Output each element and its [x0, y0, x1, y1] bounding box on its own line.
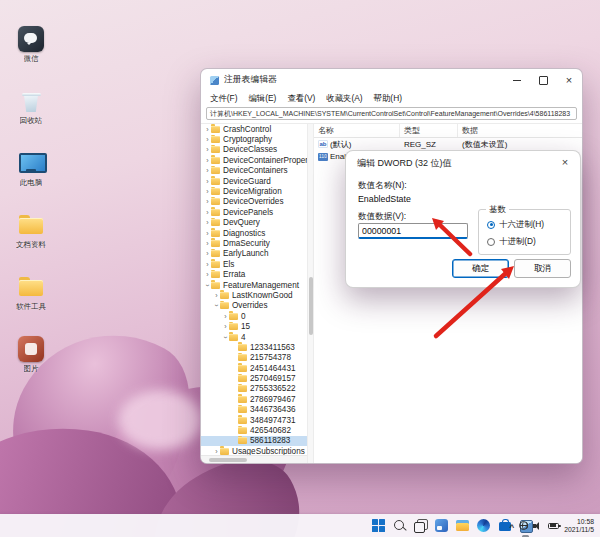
chevron-collapsed-icon[interactable]: ›: [204, 188, 211, 195]
tree-item[interactable]: ›Cryptography: [201, 134, 307, 144]
menu-item[interactable]: 编辑(E): [248, 93, 276, 104]
tree-item[interactable]: ›DeviceGuard: [201, 176, 307, 186]
chevron-collapsed-icon[interactable]: ›: [204, 250, 211, 257]
maximize-icon[interactable]: [530, 69, 556, 91]
tree-item[interactable]: 426540682: [201, 425, 307, 435]
chevron-collapsed-icon[interactable]: ›: [204, 126, 211, 133]
menu-item[interactable]: 收藏夹(A): [326, 93, 362, 104]
tree-item[interactable]: 3484974731: [201, 415, 307, 425]
radio-hexadecimal[interactable]: 十六进制(H): [487, 219, 544, 230]
close-icon[interactable]: ×: [556, 69, 582, 91]
column-header[interactable]: 类型: [400, 124, 458, 137]
desktop-icon[interactable]: 微信: [2, 22, 60, 84]
desktop-icon-label: 回收站: [20, 117, 43, 126]
chevron-collapsed-icon[interactable]: ›: [204, 178, 211, 185]
battery-icon[interactable]: [548, 523, 559, 529]
vertical-scrollbar[interactable]: [307, 124, 314, 463]
tree-item[interactable]: ›DeviceContainerPropertyUpda: [201, 155, 307, 165]
chevron-collapsed-icon[interactable]: ›: [204, 157, 211, 164]
tree-item[interactable]: ›DmaSecurity: [201, 238, 307, 248]
desktop-icon[interactable]: 图片: [2, 332, 60, 394]
chevron-collapsed-icon[interactable]: ›: [204, 271, 211, 278]
tree-item[interactable]: 586118283: [201, 436, 307, 446]
chevron-collapsed-icon[interactable]: ›: [213, 292, 220, 299]
chevron-collapsed-icon[interactable]: ›: [204, 261, 211, 268]
reg-dword-icon: 110: [318, 153, 328, 161]
desktop-icon[interactable]: 此电脑: [2, 146, 60, 208]
tree-item[interactable]: ›Els: [201, 259, 307, 269]
tree-item[interactable]: ›FeatureManagement: [201, 280, 307, 290]
chevron-expanded-icon[interactable]: ›: [204, 282, 211, 289]
chevron-collapsed-icon[interactable]: ›: [204, 219, 211, 226]
taskbar-task-view-icon[interactable]: [411, 516, 430, 535]
menu-item[interactable]: 帮助(H): [374, 93, 402, 104]
tree-item[interactable]: 2786979467: [201, 394, 307, 404]
taskbar-search-icon[interactable]: [390, 516, 409, 535]
tree-item[interactable]: 3446736436: [201, 405, 307, 415]
tree-item[interactable]: ›DevQuery: [201, 218, 307, 228]
column-header[interactable]: 名称: [314, 124, 400, 137]
cancel-button[interactable]: 取消: [514, 259, 571, 278]
tree-item[interactable]: ›Errata: [201, 269, 307, 279]
tree-item[interactable]: ›DevicePanels: [201, 207, 307, 217]
network-icon[interactable]: [519, 521, 528, 530]
tree-item[interactable]: ›0: [201, 311, 307, 321]
tree-item[interactable]: ›UsageSubscriptions: [201, 446, 307, 455]
tree-item[interactable]: ›DeviceOverrides: [201, 197, 307, 207]
taskbar-clock[interactable]: 10:58 2021/11/5: [564, 518, 594, 534]
desktop-icon[interactable]: 软件工具: [2, 270, 60, 332]
chevron-collapsed-icon[interactable]: ›: [204, 136, 211, 143]
tree-item[interactable]: ›Diagnostics: [201, 228, 307, 238]
tree-item[interactable]: ›EarlyLaunch: [201, 249, 307, 259]
tree-item-label: Diagnostics: [223, 229, 265, 238]
tree-item[interactable]: ›DeviceMigration: [201, 186, 307, 196]
folder-icon: [211, 188, 220, 195]
radio-decimal[interactable]: 十进制(D): [487, 236, 536, 247]
tree-item[interactable]: ›15: [201, 321, 307, 331]
chevron-collapsed-icon[interactable]: ›: [222, 313, 229, 320]
value-row[interactable]: ab(默认)REG_SZ(数值未设置): [314, 138, 582, 151]
chevron-expanded-icon[interactable]: ›: [222, 334, 229, 341]
tree-item[interactable]: ›LastKnownGood: [201, 290, 307, 300]
tray-chevron-icon[interactable]: ^: [510, 523, 515, 532]
taskbar-file-explorer-icon[interactable]: [453, 516, 472, 535]
chevron-expanded-icon[interactable]: ›: [213, 302, 220, 309]
tree-item[interactable]: 2570469157: [201, 373, 307, 383]
chevron-collapsed-icon[interactable]: ›: [204, 167, 211, 174]
desktop-icon[interactable]: 回收站: [2, 84, 60, 146]
chevron-collapsed-icon[interactable]: ›: [204, 146, 211, 153]
taskbar-start-icon[interactable]: [369, 516, 388, 535]
tree-item[interactable]: ›CrashControl: [201, 124, 307, 134]
volume-icon[interactable]: [533, 521, 543, 530]
tree-item[interactable]: 2451464431: [201, 363, 307, 373]
scrollbar-thumb[interactable]: [309, 277, 313, 335]
chevron-collapsed-icon[interactable]: ›: [213, 448, 220, 455]
address-input[interactable]: 计算机\HKEY_LOCAL_MACHINE\SYSTEM\CurrentCon…: [206, 107, 577, 120]
column-header[interactable]: 数据: [458, 124, 582, 137]
tree-item[interactable]: 1233411563: [201, 342, 307, 352]
ok-button[interactable]: 确定: [452, 259, 509, 278]
tree-item[interactable]: ›4: [201, 332, 307, 342]
horizontal-scrollbar[interactable]: [201, 455, 307, 463]
chevron-collapsed-icon[interactable]: ›: [204, 209, 211, 216]
tree-item[interactable]: 215754378: [201, 353, 307, 363]
minimize-icon[interactable]: [504, 69, 530, 91]
chevron-collapsed-icon[interactable]: ›: [204, 240, 211, 247]
chevron-collapsed-icon[interactable]: ›: [222, 323, 229, 330]
tree-item[interactable]: ›Overrides: [201, 301, 307, 311]
tree-item[interactable]: ›DeviceClasses: [201, 145, 307, 155]
value-data-input[interactable]: [358, 223, 468, 239]
tree-item[interactable]: ›DeviceContainers: [201, 166, 307, 176]
scrollbar-thumb[interactable]: [209, 458, 247, 462]
chevron-collapsed-icon[interactable]: ›: [204, 198, 211, 205]
desktop-icon[interactable]: 文档资料: [2, 208, 60, 270]
dialog-close-icon[interactable]: ×: [550, 151, 580, 172]
tree-item[interactable]: 2755336522: [201, 384, 307, 394]
taskbar-widgets-icon[interactable]: [432, 516, 451, 535]
menu-item[interactable]: 文件(F): [210, 93, 237, 104]
tray-date: 2021/11/5: [564, 526, 594, 534]
chevron-collapsed-icon[interactable]: ›: [204, 230, 211, 237]
tree-item-label: DmaSecurity: [223, 239, 270, 248]
taskbar-edge-icon[interactable]: [474, 516, 493, 535]
menu-item[interactable]: 查看(V): [287, 93, 315, 104]
